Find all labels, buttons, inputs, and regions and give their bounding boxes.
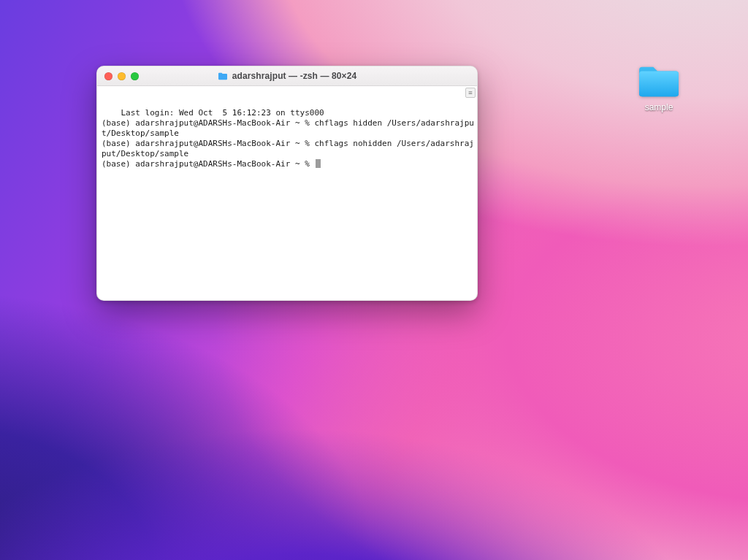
window-title: adarshrajput — -zsh — 80×24	[97, 71, 477, 81]
minimize-button[interactable]	[118, 72, 126, 80]
window-controls	[97, 72, 139, 80]
desktop-folder-sample[interactable]: sample	[630, 63, 688, 112]
terminal-cursor	[316, 159, 321, 168]
terminal-line: (base) adarshrajput@ADARSHs-MacBook-Air …	[102, 139, 474, 158]
close-button[interactable]	[104, 72, 112, 80]
titlebar[interactable]: adarshrajput — -zsh — 80×24	[97, 66, 477, 86]
scroll-indicator-icon	[465, 88, 476, 98]
terminal-prompt: (base) adarshrajput@ADARSHs-MacBook-Air …	[102, 159, 314, 169]
terminal-window[interactable]: adarshrajput — -zsh — 80×24 Last login: …	[96, 66, 478, 301]
folder-icon	[636, 63, 682, 99]
terminal-line: (base) adarshrajput@ADARSHs-MacBook-Air …	[102, 118, 474, 138]
zoom-button[interactable]	[131, 72, 139, 80]
desktop-folder-label: sample	[630, 102, 688, 112]
terminal-body[interactable]: Last login: Wed Oct 5 16:12:23 on ttys00…	[97, 86, 477, 300]
terminal-line: Last login: Wed Oct 5 16:12:23 on ttys00…	[121, 108, 324, 118]
home-folder-icon	[218, 72, 228, 80]
window-title-text: adarshrajput — -zsh — 80×24	[232, 71, 356, 81]
